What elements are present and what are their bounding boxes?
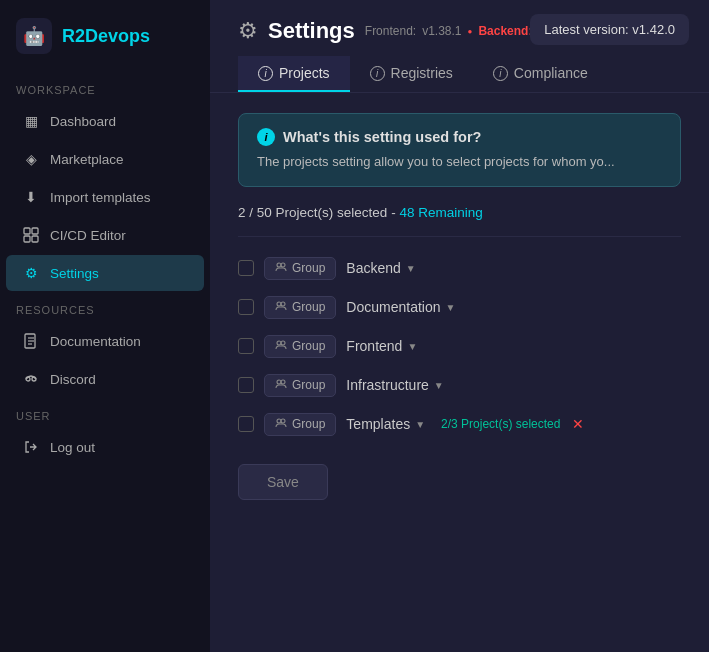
version-tooltip: Latest version: v1.42.0: [530, 14, 689, 45]
discord-icon: [22, 370, 40, 388]
logo: 🤖 R2Devops: [0, 0, 210, 72]
info-box: i What's this setting used for? The proj…: [238, 113, 681, 187]
sidebar-item-label: Marketplace: [50, 152, 124, 167]
svg-rect-2: [24, 236, 30, 242]
group-name-documentation: Documentation ▼: [346, 299, 455, 315]
import-icon: ⬇: [22, 188, 40, 206]
remaining-count: 48 Remaining: [399, 205, 482, 220]
logo-text: R2Devops: [62, 26, 150, 47]
frontend-version: v1.38.1: [422, 24, 461, 38]
group-row-frontend: Group Frontend ▼: [238, 327, 681, 366]
sidebar-item-label: Import templates: [50, 190, 151, 205]
svg-point-15: [281, 341, 285, 345]
sidebar-item-dashboard[interactable]: ▦ Dashboard: [6, 103, 204, 139]
group-checkbox-backend[interactable]: [238, 260, 254, 276]
group-row-templates: Group Templates ▼ 2/3 Project(s) selecte…: [238, 405, 681, 444]
dropdown-arrow[interactable]: ▼: [446, 302, 456, 313]
group-row-documentation: Group Documentation ▼: [238, 288, 681, 327]
group-badge-icon: [275, 339, 287, 354]
content-area: i What's this setting used for? The proj…: [210, 93, 709, 652]
svg-point-12: [277, 302, 281, 306]
cicd-icon: [22, 226, 40, 244]
sidebar-item-documentation[interactable]: Documentation: [6, 323, 204, 359]
marketplace-icon: ◈: [22, 150, 40, 168]
group-name-backend: Backend ▼: [346, 260, 415, 276]
svg-point-13: [281, 302, 285, 306]
group-badge-infrastructure: Group: [264, 374, 336, 397]
total-count: 50: [257, 205, 272, 220]
selected-count: 2: [238, 205, 246, 220]
sidebar-item-discord[interactable]: Discord: [6, 361, 204, 397]
group-row-backend: Group Backend ▼: [238, 249, 681, 288]
group-checkbox-frontend[interactable]: [238, 338, 254, 354]
svg-rect-1: [32, 228, 38, 234]
main-content: ⚙ Settings Frontend: v1.38.1 ● Backend: …: [210, 0, 709, 652]
group-badge-templates: Group: [264, 413, 336, 436]
frontend-label: Frontend:: [365, 24, 416, 38]
logo-icon: 🤖: [16, 18, 52, 54]
tab-compliance-label: Compliance: [514, 65, 588, 81]
tab-registries[interactable]: i Registries: [350, 56, 473, 92]
tabs: i Projects i Registries i Compliance: [238, 56, 681, 92]
group-row-infrastructure: Group Infrastructure ▼: [238, 366, 681, 405]
info-box-title-text: What's this setting used for?: [283, 129, 481, 145]
svg-rect-0: [24, 228, 30, 234]
dashboard-icon: ▦: [22, 112, 40, 130]
sidebar-item-label: CI/CD Editor: [50, 228, 126, 243]
group-checkbox-documentation[interactable]: [238, 299, 254, 315]
sidebar-item-label: Discord: [50, 372, 96, 387]
svg-point-11: [281, 263, 285, 267]
dropdown-arrow[interactable]: ▼: [407, 341, 417, 352]
svg-point-14: [277, 341, 281, 345]
sidebar-item-label: Settings: [50, 266, 99, 281]
sidebar-item-label: Documentation: [50, 334, 141, 349]
divider-1: [238, 236, 681, 237]
svg-point-17: [281, 380, 285, 384]
info-box-text: The projects setting allow you to select…: [257, 152, 662, 172]
sidebar-item-marketplace[interactable]: ◈ Marketplace: [6, 141, 204, 177]
sidebar-item-label: Dashboard: [50, 114, 116, 129]
sidebar-item-logout[interactable]: Log out: [6, 429, 204, 465]
group-checkbox-infrastructure[interactable]: [238, 377, 254, 393]
clear-templates-button[interactable]: ✕: [572, 416, 584, 432]
save-button[interactable]: Save: [238, 464, 328, 500]
tab-projects[interactable]: i Projects: [238, 56, 350, 92]
group-badge-icon: [275, 378, 287, 393]
workspace-section-label: Workspace: [0, 72, 210, 102]
group-checkbox-templates[interactable]: [238, 416, 254, 432]
documentation-icon: [22, 332, 40, 350]
project-count: 2 / 50 Project(s) selected - 48 Remainin…: [238, 205, 681, 220]
compliance-help-icon: i: [493, 66, 508, 81]
settings-icon: ⚙: [22, 264, 40, 282]
tab-compliance[interactable]: i Compliance: [473, 56, 608, 92]
group-badge-backend: Group: [264, 257, 336, 280]
dropdown-arrow[interactable]: ▼: [434, 380, 444, 391]
dropdown-arrow[interactable]: ▼: [415, 419, 425, 430]
group-name-templates: Templates ▼: [346, 416, 425, 432]
project-count-label: Project(s) selected: [276, 205, 388, 220]
group-badge-frontend: Group: [264, 335, 336, 358]
group-badge-icon: [275, 300, 287, 315]
svg-point-10: [277, 263, 281, 267]
info-icon: i: [257, 128, 275, 146]
group-name-infrastructure: Infrastructure ▼: [346, 377, 443, 393]
backend-label: Backend:: [478, 24, 532, 38]
svg-point-16: [277, 380, 281, 384]
group-badge-documentation: Group: [264, 296, 336, 319]
sidebar-item-import-templates[interactable]: ⬇ Import templates: [6, 179, 204, 215]
settings-gear-icon: ⚙: [238, 18, 258, 44]
templates-selected-count: 2/3 Project(s) selected: [441, 417, 560, 431]
group-badge-icon: [275, 417, 287, 432]
sidebar-item-label: Log out: [50, 440, 95, 455]
registries-help-icon: i: [370, 66, 385, 81]
tab-projects-label: Projects: [279, 65, 330, 81]
group-name-frontend: Frontend ▼: [346, 338, 417, 354]
svg-point-18: [277, 419, 281, 423]
sidebar-item-settings[interactable]: ⚙ Settings: [6, 255, 204, 291]
logout-icon: [22, 438, 40, 456]
group-badge-icon: [275, 261, 287, 276]
dropdown-arrow[interactable]: ▼: [406, 263, 416, 274]
svg-rect-3: [32, 236, 38, 242]
sidebar-item-cicd-editor[interactable]: CI/CD Editor: [6, 217, 204, 253]
user-section-label: User: [0, 398, 210, 428]
